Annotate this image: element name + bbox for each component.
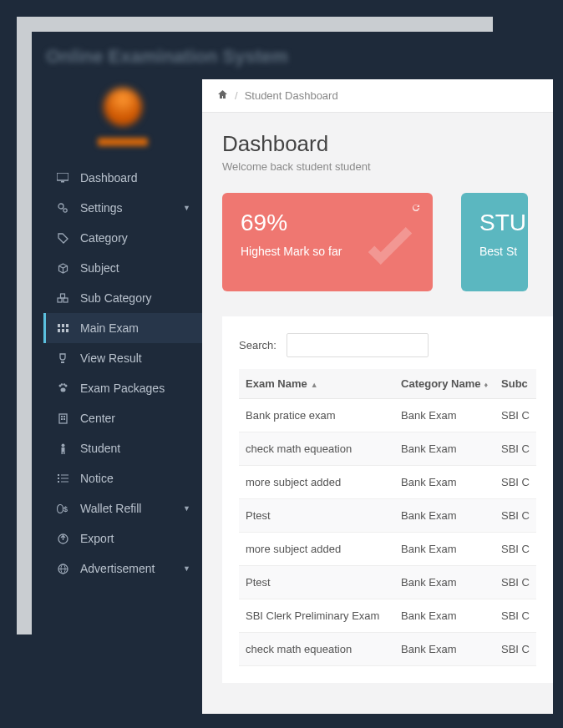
breadcrumb: / Student Dashboard (202, 79, 553, 113)
svg-rect-20 (61, 416, 63, 417)
exam-table: Exam Name▲ Category Name♦ Subc Bank prat… (239, 369, 536, 666)
cell-category: Bank Exam (394, 432, 495, 466)
svg-point-24 (61, 443, 64, 447)
svg-rect-32 (58, 481, 59, 483)
svg-rect-28 (58, 474, 59, 476)
sidebar-item-dashboard[interactable]: Dashboard (43, 163, 202, 193)
cell-exam: Bank pratice exam (239, 399, 394, 432)
paw-icon (55, 383, 70, 393)
person-icon (55, 443, 70, 454)
sidebar-item-category[interactable]: Category (43, 223, 202, 253)
cube-icon (55, 263, 70, 274)
sidebar: Dashboard Settings ▼ Category Subject (43, 79, 202, 584)
cell-sub: SBI C (495, 399, 536, 432)
sidebar-item-label: Subject (80, 261, 190, 275)
sidebar-item-settings[interactable]: Settings ▼ (43, 193, 202, 223)
svg-rect-31 (61, 478, 68, 478)
tag-icon (55, 233, 70, 244)
breadcrumb-separator: / (235, 89, 238, 102)
stat-value: STU (479, 210, 510, 236)
sidebar-item-label: Category (80, 231, 190, 245)
sidebar-item-exam-packages[interactable]: Exam Packages (43, 373, 202, 403)
cell-category: Bank Exam (394, 499, 495, 533)
cell-sub: SBI C (495, 633, 536, 666)
table-row[interactable]: Bank pratice examBank ExamSBI C (239, 399, 536, 432)
nav-list: Dashboard Settings ▼ Category Subject (43, 163, 202, 584)
sidebar-item-view-result[interactable]: View Result (43, 343, 202, 373)
cell-category: Bank Exam (394, 533, 495, 566)
table-row[interactable]: SBI Clerk Preliminary ExamBank ExamSBI C (239, 599, 536, 633)
dashboard-header: Dashboard Welcome back student student (202, 113, 553, 181)
stat-label: Best St (479, 245, 510, 258)
table-row[interactable]: check math equeationBank ExamSBI C (239, 432, 536, 466)
list-icon (55, 474, 70, 483)
trophy-icon (55, 353, 70, 364)
stat-cards: 69% Highest Mark so far STU Best St (202, 181, 553, 308)
avatar-name (98, 138, 148, 146)
home-icon[interactable] (217, 89, 228, 102)
svg-point-16 (60, 383, 63, 386)
sidebar-item-export[interactable]: Export (43, 523, 202, 554)
sidebar-item-sub-category[interactable]: Sub Category (43, 283, 202, 313)
app-title: Online Examination System (46, 46, 288, 68)
sidebar-item-advertisement[interactable]: Advertisement ▼ (43, 554, 202, 584)
column-category-name[interactable]: Category Name♦ (394, 369, 495, 399)
page-subtitle: Welcome back student student (222, 160, 533, 173)
gears-icon (55, 202, 70, 214)
sidebar-item-label: Settings (80, 201, 180, 215)
cell-category: Bank Exam (394, 566, 495, 599)
breadcrumb-current: Student Dashboard (245, 89, 338, 102)
sidebar-item-label: Advertisement (80, 562, 180, 575)
table-row[interactable]: more subject addedBank ExamSBI C (239, 533, 536, 566)
svg-rect-29 (61, 474, 68, 475)
sidebar-item-label: Notice (80, 472, 190, 485)
column-subcategory[interactable]: Subc (495, 369, 536, 399)
search-input[interactable] (287, 333, 429, 357)
svg-point-17 (63, 383, 65, 386)
sidebar-item-label: Exam Packages (80, 382, 190, 395)
svg-rect-7 (58, 324, 60, 327)
svg-point-2 (58, 204, 63, 209)
search-row: Search: (239, 333, 536, 357)
table-row[interactable]: more subject addedBank ExamSBI C (239, 466, 536, 499)
svg-rect-8 (62, 324, 64, 327)
cell-exam: check math equeation (239, 633, 394, 666)
cell-sub: SBI C (495, 432, 536, 466)
table-row[interactable]: check math equeationBank ExamSBI C (239, 633, 536, 666)
sidebar-item-label: Main Exam (80, 321, 190, 335)
sidebar-item-label: Export (80, 532, 190, 545)
highest-mark-card[interactable]: 69% Highest Mark so far (222, 193, 433, 291)
avatar (104, 88, 142, 126)
sidebar-item-wallet-refill[interactable]: $ Wallet Refill ▼ (43, 493, 202, 523)
svg-rect-1 (61, 181, 64, 183)
cell-exam: more subject added (239, 466, 394, 499)
svg-rect-0 (57, 173, 68, 180)
sidebar-item-center[interactable]: Center (43, 403, 202, 433)
cell-sub: SBI C (495, 499, 536, 533)
cell-sub: SBI C (495, 466, 536, 499)
sidebar-item-student[interactable]: Student (43, 433, 202, 463)
chevron-down-icon: ▼ (183, 504, 190, 513)
svg-rect-11 (62, 329, 64, 332)
sidebar-item-label: Dashboard (80, 171, 190, 185)
svg-rect-4 (58, 298, 62, 302)
exam-table-panel: Search: Exam Name▲ Category Name♦ Subc B… (222, 316, 553, 683)
table-row[interactable]: PtestBank ExamSBI C (239, 499, 536, 533)
cell-category: Bank Exam (394, 599, 495, 633)
sidebar-item-subject[interactable]: Subject (43, 253, 202, 283)
building-icon (55, 413, 70, 424)
export-icon (55, 533, 70, 544)
best-student-card[interactable]: STU Best St (461, 193, 528, 291)
grid-icon (55, 324, 70, 332)
sidebar-item-notice[interactable]: Notice (43, 463, 202, 493)
svg-rect-26 (61, 452, 63, 454)
cell-exam: Ptest (239, 566, 394, 599)
sidebar-item-label: Center (80, 412, 190, 425)
svg-rect-13 (61, 361, 64, 363)
sidebar-item-main-exam[interactable]: Main Exam (43, 313, 202, 343)
search-label: Search: (239, 339, 276, 351)
svg-text:$: $ (63, 505, 68, 513)
table-row[interactable]: PtestBank ExamSBI C (239, 566, 536, 599)
refresh-icon[interactable] (411, 203, 421, 215)
column-exam-name[interactable]: Exam Name▲ (239, 369, 394, 399)
